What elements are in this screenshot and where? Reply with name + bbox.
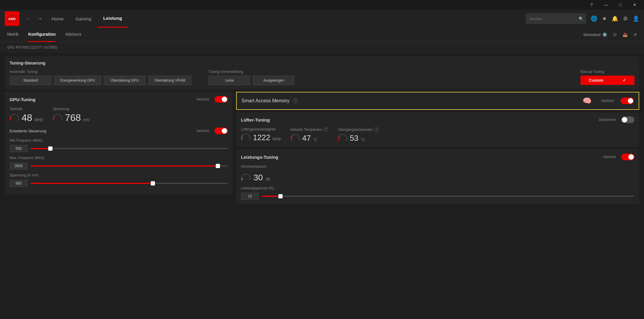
luefter-toggle[interactable] [621,116,634,123]
globe-icon[interactable]: 🌐 [591,15,597,22]
brain-icon: 🧠 [583,97,592,105]
uebergangstemperatur-value-row: 53 °C [338,133,379,143]
taktrate-metric: Taktrate 48 MHz [10,107,43,123]
leistungsgrenze-track[interactable] [262,196,634,197]
auto-btn-standard[interactable]: Standard [10,76,52,85]
sam-toggle[interactable] [621,98,634,104]
max-freq-slider-row: 2600 [10,162,228,170]
leistungs-tuning-card: Leistungs-Tuning Aktiviert Stromverbrauc… [236,149,639,204]
stromverbrauch-label: Stromverbrauch [241,164,634,169]
breadcrumb: GPU RX7600 (12147 / 0x7600) [0,42,644,53]
erweiterte-toggle[interactable] [215,128,228,134]
tab-advisors[interactable]: Advisors [65,28,82,42]
back-button[interactable]: ← [23,16,34,22]
manual-tuning-label: Manual Tuning [580,70,634,74]
sub-nav-actions: Stresstest ⚙️ ☑ 📤 ↺ [583,32,637,37]
nav-leistung[interactable]: Leistung [97,10,128,28]
taktrate-unit: MHz [35,117,43,123]
leistungs-tuning-header: Leistungs-Tuning Aktiviert [241,154,634,160]
min-freq-slider-row: 500 [10,145,228,152]
manual-tuning-section: Manual Tuning Custom ✓ [580,70,634,85]
search-icon: 🔍 [579,17,583,21]
checkbox-action-icon[interactable]: ☑ [613,32,617,37]
spannung-label: Spannung [53,107,89,111]
smart-access-memory-card: Smart Access Memory ? 🧠 Aktiviert [236,92,639,110]
maximize-button[interactable]: □ [613,0,627,10]
help-button[interactable]: ? [585,0,598,10]
stromverbrauch-unit: W [266,177,270,182]
left-column: GPU-Tuning Aktiviert Taktrate [5,92,233,317]
reset-icon[interactable]: ↺ [634,32,637,37]
spannung-value-row: 768 mV [53,112,89,123]
nav-gaming[interactable]: Gaming [70,10,97,28]
account-icon[interactable]: 👤 [633,15,639,22]
tuning-steuerung-card: Tuning-Steuerung Automatic Tuning Standa… [5,56,639,89]
min-freq-track[interactable] [31,148,228,149]
tab-metrik[interactable]: Metrik [7,28,19,42]
uebergangstemperatur-label: Übergangstemperatur [338,128,373,132]
settings-icon[interactable]: ⚙ [623,15,628,22]
close-button[interactable]: ✕ [628,0,642,10]
min-freq-section: Min Frequenz (MHz) 500 [10,138,228,152]
leistungsgrenze-value: 15 [241,193,259,200]
automatic-tuning-label: Automatic Tuning [10,70,191,74]
leistungsgrenze-slider-row: 15 [241,193,634,200]
svg-text:AMD: AMD [8,17,16,21]
auto-btn-uebertaktung-vram[interactable]: Übertaktung VRAM [148,76,191,85]
gpu-tuning-header: GPU-Tuning Aktiviert [10,96,228,103]
bell-icon[interactable]: 🔔 [612,15,618,22]
star-icon[interactable]: ★ [602,15,607,22]
preset-buttons: Leise Ausgewogen [208,76,295,85]
taktrate-value: 48 [22,112,32,123]
max-freq-thumb[interactable] [216,164,220,168]
stromverbrauch-value: 30 [254,173,263,182]
leistungsgrenze-thumb[interactable] [278,194,283,198]
leistungsgrenze-label: Leistungsgrenze (%) [241,186,634,190]
min-freq-thumb[interactable] [48,146,52,151]
luefter-tuning-card: Lüfter-Tuning Deaktiviert Lüftergeschwin… [236,112,639,147]
erweiterte-toggle-row: Aktiviert [196,128,228,134]
custom-checkmark: ✓ [623,78,626,83]
stresstest-icon: ⚙️ [602,32,607,37]
nav-home[interactable]: Home [46,10,70,28]
uebergangstemperatur-gauge [338,133,347,143]
uebergangstemperatur-metric: Übergangstemperatur ? 53 °C [338,127,379,143]
minimize-button[interactable]: — [599,0,613,10]
luefter-toggle-row: Deaktiviert [599,116,634,123]
preset-btn-ausgewogen[interactable]: Ausgewogen [253,76,295,85]
export-icon[interactable]: 📤 [623,32,628,37]
preset-btn-leise[interactable]: Leise [208,76,250,85]
min-freq-fill [31,148,50,149]
lueftergeschwindigkeit-value: 1222 [253,133,270,142]
spannung-fill [31,183,153,184]
spannung-thumb[interactable] [151,181,155,185]
max-freq-section: Max. Frequenz (MHz) 2600 [10,156,228,170]
search-input[interactable] [526,14,586,24]
gpu-tuning-toggle[interactable] [215,96,228,103]
aktuelle-temp-help-icon[interactable]: ? [323,127,328,132]
tuning-voreinstellung-section: Tuning-Voreinstellung Leise Ausgewogen [208,70,295,85]
aktuelle-temp-metric: Aktuelle Temperatur ? 47 °C [290,127,328,143]
nav-icons: 🌐 ★ 🔔 ⚙ 👤 [591,15,639,22]
max-freq-track[interactable] [31,165,228,167]
amd-logo: AMD [5,11,19,26]
custom-button[interactable]: Custom ✓ [580,76,634,85]
uebergangstemperatur-help-icon[interactable]: ? [374,127,379,132]
sam-help-icon[interactable]: ? [293,98,298,103]
auto-btn-energiesenkung[interactable]: Energiesenkung GPU [54,76,101,85]
aktuelle-temp-value: 47 [302,134,311,143]
leistungs-toggle[interactable] [621,154,634,160]
lueftergeschwindigkeit-gauge [241,133,251,142]
stromverbrauch-metric: Stromverbrauch 30 W [241,164,634,182]
stresstest-action[interactable]: Stresstest ⚙️ [583,32,607,37]
forward-button[interactable]: → [34,16,46,22]
uebergangstemperatur-value: 53 [350,134,358,143]
spannung-metric: Spannung 768 mV [53,107,89,123]
spannung-gauge [53,113,62,123]
tab-konfiguration[interactable]: Konfiguration [28,28,56,42]
auto-btn-uebertaktung-gpu[interactable]: Übertaktung GPU [104,76,146,85]
gpu-tuning-section: GPU-Tuning Aktiviert Taktrate [5,92,233,195]
spannung-track[interactable] [31,183,228,184]
sam-title: Smart Access Memory [242,98,289,104]
min-freq-label: Min Frequenz (MHz) [10,138,228,143]
